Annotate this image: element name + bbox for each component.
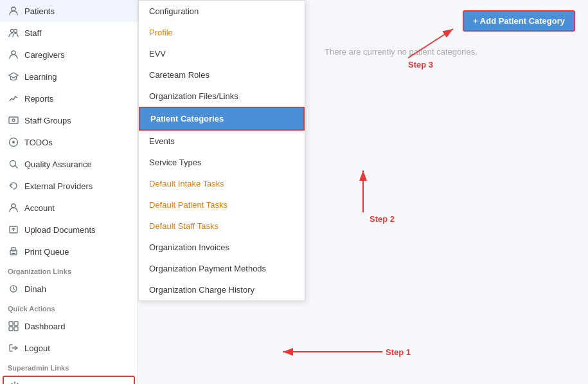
dropdown-item-defaultstafftasks[interactable]: Default Staff Tasks bbox=[139, 215, 305, 237]
dropdown-item-orginvoices[interactable]: Organization Invoices bbox=[139, 237, 305, 258]
sidebar-item-uploaddocs[interactable]: Upload Documents bbox=[0, 219, 138, 241]
reports-icon bbox=[8, 93, 19, 104]
externalproviders-icon bbox=[8, 180, 19, 192]
logout-icon bbox=[8, 342, 19, 354]
quick-actions-section-label: Quick Actions bbox=[0, 300, 138, 315]
sidebar-item-patients[interactable]: Patients bbox=[0, 0, 138, 22]
svg-point-10 bbox=[12, 204, 15, 208]
learning-icon bbox=[8, 71, 19, 82]
dropdown-item-configuration[interactable]: Configuration bbox=[139, 1, 305, 22]
sidebar-label-orgsettings: Organization Settings bbox=[26, 382, 105, 385]
sidebar-label-logout: Logout bbox=[24, 343, 50, 353]
dashboard-icon bbox=[8, 320, 19, 332]
sidebar-item-qa[interactable]: Quality Assurance bbox=[0, 153, 138, 175]
sidebar-label-todos: TODOs bbox=[24, 138, 53, 147]
dropdown-item-evv[interactable]: EVV bbox=[139, 43, 305, 64]
dropdown-item-orgfileslinks[interactable]: Organization Files/Links bbox=[139, 86, 305, 107]
sidebar-label-printqueue: Print Queue bbox=[24, 247, 69, 257]
patients-icon bbox=[8, 5, 19, 17]
todos-icon bbox=[8, 136, 19, 148]
sidebar-label-caregivers: Caregivers bbox=[24, 50, 65, 60]
orgsettings-icon bbox=[9, 381, 21, 384]
empty-state-message: There are currently no patient categorie… bbox=[325, 47, 575, 57]
qa-icon bbox=[8, 158, 19, 170]
content-header: + Add Patient Category bbox=[325, 10, 575, 32]
sidebar-item-learning[interactable]: Learning bbox=[0, 66, 138, 87]
svg-point-1 bbox=[11, 30, 14, 33]
main-area: Configuration Profile EVV Careteam Roles… bbox=[138, 0, 588, 384]
uploaddocs-icon bbox=[8, 224, 19, 235]
sidebar-label-learning: Learning bbox=[24, 72, 57, 82]
superadmin-section-label: Superadmin Links bbox=[0, 359, 138, 374]
svg-rect-17 bbox=[9, 327, 13, 331]
sidebar-item-logout[interactable]: Logout bbox=[0, 337, 138, 359]
svg-point-2 bbox=[14, 30, 17, 33]
dropdown-item-orgchargehistory[interactable]: Organization Charge History bbox=[139, 279, 305, 300]
svg-point-3 bbox=[12, 51, 15, 55]
org-links-section-label: Organization Links bbox=[0, 262, 138, 278]
dropdown-panel: Configuration Profile EVV Careteam Roles… bbox=[138, 0, 305, 301]
svg-rect-15 bbox=[9, 322, 13, 325]
dropdown-item-defaultintaketasks[interactable]: Default Intake Tasks bbox=[139, 173, 305, 194]
sidebar-label-patients: Patients bbox=[24, 6, 55, 16]
dropdown-item-patientcategories[interactable]: Patient Categories bbox=[139, 107, 305, 131]
sidebar-item-caregivers[interactable]: Caregivers bbox=[0, 44, 138, 66]
dropdown-item-careteamroles[interactable]: Careteam Roles bbox=[139, 64, 305, 86]
sidebar-label-staff: Staff bbox=[24, 28, 42, 38]
sidebar-label-reports: Reports bbox=[24, 94, 54, 104]
dropdown-item-events[interactable]: Events bbox=[139, 131, 305, 152]
sidebar-item-staffgroups[interactable]: Staff Groups bbox=[0, 109, 138, 131]
sidebar-label-qa: Quality Assurance bbox=[24, 160, 92, 169]
sidebar-item-account[interactable]: Account bbox=[0, 197, 138, 219]
svg-rect-16 bbox=[14, 322, 18, 325]
dropdown-item-profile[interactable]: Profile bbox=[139, 22, 305, 43]
dropdown-item-defaultpatienttasks[interactable]: Default Patient Tasks bbox=[139, 194, 305, 215]
add-patient-category-button[interactable]: + Add Patient Category bbox=[463, 10, 575, 32]
sidebar-item-externalproviders[interactable]: External Providers bbox=[0, 175, 138, 197]
svg-point-7 bbox=[12, 141, 15, 143]
sidebar-label-externalproviders: External Providers bbox=[24, 181, 93, 191]
sidebar-item-reports[interactable]: Reports bbox=[0, 87, 138, 109]
sidebar: Patients Staff Caregivers Learning Repor… bbox=[0, 0, 138, 384]
sidebar-item-dinah[interactable]: Dinah bbox=[0, 278, 138, 300]
svg-point-5 bbox=[12, 119, 15, 122]
svg-rect-14 bbox=[12, 253, 15, 254]
account-icon bbox=[8, 202, 19, 214]
staffgroups-icon bbox=[8, 114, 19, 126]
sidebar-label-uploaddocs: Upload Documents bbox=[24, 225, 96, 235]
caregivers-icon bbox=[8, 49, 19, 60]
sidebar-label-account: Account bbox=[24, 203, 55, 213]
dropdown-item-servicetypes[interactable]: Service Types bbox=[139, 152, 305, 173]
svg-rect-18 bbox=[14, 327, 18, 331]
sidebar-item-dashboard[interactable]: Dashboard bbox=[0, 315, 138, 337]
svg-rect-4 bbox=[9, 117, 18, 123]
printqueue-icon bbox=[8, 246, 19, 257]
sidebar-item-staff[interactable]: Staff bbox=[0, 22, 138, 44]
dropdown-item-orgpaymentmethods[interactable]: Organization Payment Methods bbox=[139, 258, 305, 279]
dinah-icon bbox=[8, 283, 19, 295]
sidebar-label-staffgroups: Staff Groups bbox=[24, 116, 71, 125]
staff-icon bbox=[8, 27, 19, 39]
sidebar-item-orgsettings[interactable]: Organization Settings bbox=[3, 376, 135, 384]
content-area: + Add Patient Category There are current… bbox=[312, 0, 588, 384]
svg-line-9 bbox=[15, 166, 18, 169]
sidebar-label-dashboard: Dashboard bbox=[24, 322, 66, 331]
sidebar-item-todos[interactable]: TODOs bbox=[0, 131, 138, 153]
sidebar-item-printqueue[interactable]: Print Queue bbox=[0, 241, 138, 262]
sidebar-label-dinah: Dinah bbox=[24, 284, 46, 294]
svg-point-0 bbox=[12, 7, 15, 11]
